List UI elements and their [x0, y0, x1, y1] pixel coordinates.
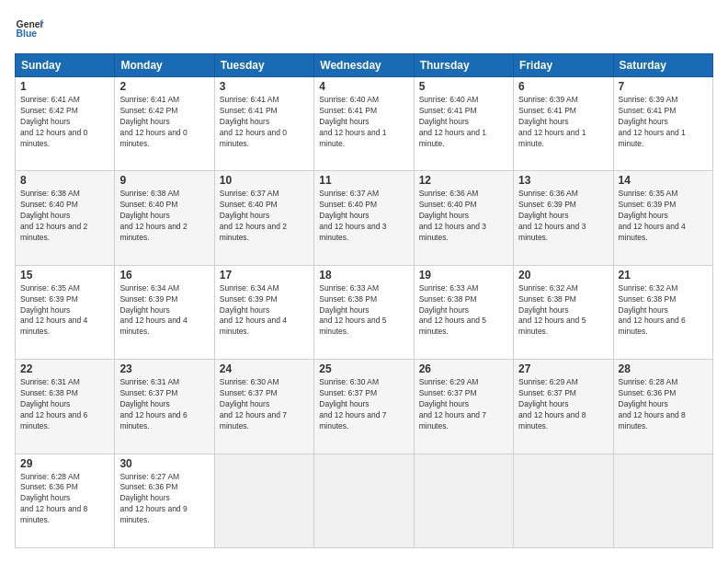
daylight-label: Daylight hours: [419, 211, 469, 220]
daylight-value: and 12 hours and 1 minute.: [319, 128, 386, 148]
day-cell-18: 18 Sunrise: 6:33 AM Sunset: 6:38 PM Dayl…: [314, 265, 414, 359]
week-row-4: 22 Sunrise: 6:31 AM Sunset: 6:38 PM Dayl…: [16, 360, 713, 454]
header-sunday: Sunday: [16, 54, 115, 77]
daylight-label: Daylight hours: [119, 211, 169, 220]
day-cell-28: 28 Sunrise: 6:28 AM Sunset: 6:36 PM Dayl…: [613, 360, 712, 454]
logo: General Blue: [15, 15, 44, 44]
sunset-label: Sunset: 6:37 PM: [220, 388, 278, 397]
cell-content: Sunrise: 6:30 AM Sunset: 6:37 PM Dayligh…: [319, 377, 408, 431]
daylight-label: Daylight hours: [319, 399, 369, 408]
weekday-header-row: Sunday Monday Tuesday Wednesday Thursday…: [16, 54, 713, 77]
calendar-table: Sunday Monday Tuesday Wednesday Thursday…: [15, 53, 713, 548]
sunrise-label: Sunrise: 6:31 AM: [119, 377, 179, 386]
daylight-label: Daylight hours: [518, 399, 568, 408]
daylight-value: and 12 hours and 0 minutes.: [220, 128, 287, 148]
daylight-value: and 12 hours and 2 minutes.: [119, 222, 187, 242]
daylight-label: Daylight hours: [20, 493, 70, 502]
day-cell-26: 26 Sunrise: 6:29 AM Sunset: 6:37 PM Dayl…: [414, 360, 513, 454]
day-cell-8: 8 Sunrise: 6:38 AM Sunset: 6:40 PM Dayli…: [16, 171, 115, 265]
sunset-label: Sunset: 6:38 PM: [20, 388, 78, 397]
sunrise-label: Sunrise: 6:27 AM: [119, 472, 179, 481]
cell-content: Sunrise: 6:34 AM Sunset: 6:39 PM Dayligh…: [119, 283, 209, 338]
header-friday: Friday: [514, 54, 613, 77]
day-number: 24: [220, 362, 309, 375]
day-cell-17: 17 Sunrise: 6:34 AM Sunset: 6:39 PM Dayl…: [214, 265, 313, 359]
daylight-value: and 12 hours and 4 minutes.: [220, 316, 287, 336]
sunrise-label: Sunrise: 6:32 AM: [518, 283, 578, 293]
daylight-value: and 12 hours and 7 minutes.: [319, 410, 386, 431]
sunrise-label: Sunrise: 6:40 AM: [319, 95, 379, 104]
daylight-value: and 12 hours and 5 minutes.: [518, 316, 586, 336]
daylight-value: and 12 hours and 3 minutes.: [419, 222, 486, 242]
sunrise-label: Sunrise: 6:35 AM: [20, 283, 80, 293]
day-number: 14: [619, 174, 708, 187]
daylight-value: and 12 hours and 6 minutes.: [619, 316, 686, 336]
week-row-3: 15 Sunrise: 6:35 AM Sunset: 6:39 PM Dayl…: [16, 265, 713, 359]
daylight-value: and 12 hours and 1 minute.: [419, 128, 486, 148]
cell-content: Sunrise: 6:28 AM Sunset: 6:36 PM Dayligh…: [619, 377, 708, 431]
daylight-value: and 12 hours and 0 minutes.: [20, 128, 87, 148]
cell-content: Sunrise: 6:33 AM Sunset: 6:38 PM Dayligh…: [419, 283, 508, 338]
week-row-2: 8 Sunrise: 6:38 AM Sunset: 6:40 PM Dayli…: [16, 171, 713, 265]
sunset-label: Sunset: 6:37 PM: [119, 388, 177, 397]
logo-icon: General Blue: [15, 15, 44, 44]
day-number: 10: [220, 174, 309, 187]
day-cell-15: 15 Sunrise: 6:35 AM Sunset: 6:39 PM Dayl…: [16, 265, 115, 359]
header-thursday: Thursday: [414, 54, 513, 77]
day-number: 3: [220, 80, 309, 93]
daylight-label: Daylight hours: [119, 399, 169, 408]
sunrise-label: Sunrise: 6:28 AM: [619, 377, 678, 386]
daylight-label: Daylight hours: [619, 399, 668, 408]
cell-content: Sunrise: 6:35 AM Sunset: 6:39 PM Dayligh…: [20, 283, 109, 338]
daylight-label: Daylight hours: [20, 399, 70, 408]
day-cell-27: 27 Sunrise: 6:29 AM Sunset: 6:37 PM Dayl…: [514, 360, 613, 454]
cell-content: Sunrise: 6:34 AM Sunset: 6:39 PM Dayligh…: [220, 283, 309, 338]
sunset-label: Sunset: 6:41 PM: [518, 106, 576, 115]
sunset-label: Sunset: 6:41 PM: [319, 106, 377, 115]
day-cell-16: 16 Sunrise: 6:34 AM Sunset: 6:39 PM Dayl…: [115, 265, 214, 359]
sunset-label: Sunset: 6:38 PM: [518, 294, 576, 304]
day-number: 1: [20, 80, 109, 93]
sunrise-label: Sunrise: 6:33 AM: [319, 283, 379, 293]
daylight-value: and 12 hours and 7 minutes.: [220, 410, 287, 431]
day-cell-20: 20 Sunrise: 6:32 AM Sunset: 6:38 PM Dayl…: [514, 265, 613, 359]
daylight-value: and 12 hours and 4 minutes.: [619, 222, 686, 242]
sunset-label: Sunset: 6:40 PM: [220, 200, 278, 209]
daylight-label: Daylight hours: [119, 117, 169, 126]
day-number: 23: [119, 362, 209, 375]
cell-content: Sunrise: 6:29 AM Sunset: 6:37 PM Dayligh…: [518, 377, 608, 431]
day-cell-10: 10 Sunrise: 6:37 AM Sunset: 6:40 PM Dayl…: [214, 171, 313, 265]
daylight-value: and 12 hours and 2 minutes.: [20, 222, 87, 242]
day-number: 7: [619, 80, 708, 93]
empty-cell: [214, 454, 313, 547]
empty-cell: [314, 454, 414, 547]
day-cell-24: 24 Sunrise: 6:30 AM Sunset: 6:37 PM Dayl…: [214, 360, 313, 454]
day-cell-4: 4 Sunrise: 6:40 AM Sunset: 6:41 PM Dayli…: [314, 77, 414, 171]
sunrise-label: Sunrise: 6:32 AM: [619, 283, 678, 293]
daylight-value: and 12 hours and 7 minutes.: [419, 410, 486, 431]
day-cell-23: 23 Sunrise: 6:31 AM Sunset: 6:37 PM Dayl…: [115, 360, 214, 454]
day-number: 5: [419, 80, 508, 93]
week-row-1: 1 Sunrise: 6:41 AM Sunset: 6:42 PM Dayli…: [16, 77, 713, 171]
day-number: 4: [319, 80, 408, 93]
sunset-label: Sunset: 6:40 PM: [319, 200, 377, 209]
sunset-label: Sunset: 6:42 PM: [20, 106, 78, 115]
sunset-label: Sunset: 6:38 PM: [319, 294, 377, 304]
sunrise-label: Sunrise: 6:30 AM: [319, 377, 379, 386]
cell-content: Sunrise: 6:32 AM Sunset: 6:38 PM Dayligh…: [619, 283, 708, 338]
sunrise-label: Sunrise: 6:31 AM: [20, 377, 80, 386]
day-cell-1: 1 Sunrise: 6:41 AM Sunset: 6:42 PM Dayli…: [16, 77, 115, 171]
sunset-label: Sunset: 6:40 PM: [419, 200, 477, 209]
day-cell-11: 11 Sunrise: 6:37 AM Sunset: 6:40 PM Dayl…: [314, 171, 414, 265]
page: General Blue Sunday Monday Tuesday Wedne…: [0, 0, 728, 563]
cell-content: Sunrise: 6:38 AM Sunset: 6:40 PM Dayligh…: [20, 189, 109, 243]
day-number: 28: [619, 362, 708, 375]
sunrise-label: Sunrise: 6:30 AM: [220, 377, 279, 386]
day-number: 19: [419, 269, 508, 282]
day-cell-6: 6 Sunrise: 6:39 AM Sunset: 6:41 PM Dayli…: [514, 77, 613, 171]
daylight-value: and 12 hours and 8 minutes.: [619, 410, 686, 431]
cell-content: Sunrise: 6:39 AM Sunset: 6:41 PM Dayligh…: [518, 95, 608, 149]
day-number: 15: [20, 269, 109, 282]
daylight-label: Daylight hours: [319, 211, 369, 220]
sunrise-label: Sunrise: 6:28 AM: [20, 472, 80, 481]
